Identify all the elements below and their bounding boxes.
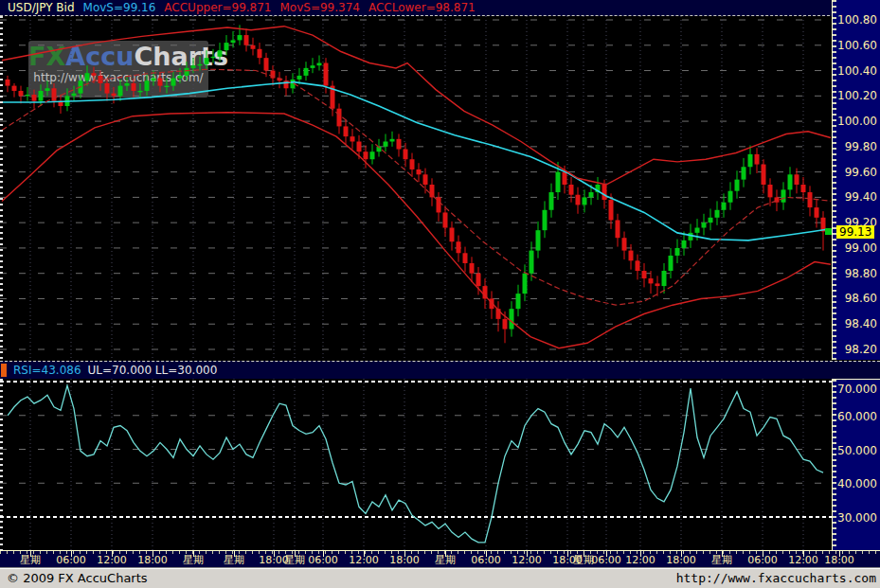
candle-body bbox=[384, 141, 388, 146]
candle-body bbox=[755, 154, 760, 165]
candle-body bbox=[569, 185, 574, 195]
candle-body bbox=[264, 58, 269, 70]
candle-body bbox=[788, 174, 793, 189]
last-price-tag: 99.13 bbox=[836, 225, 874, 239]
overlay-line bbox=[2, 69, 831, 305]
candle-body bbox=[702, 223, 707, 227]
candle-body bbox=[801, 185, 806, 192]
price-panel-header: USD/JPY Bid MovS=99.16 ACCUpper=99.871 M… bbox=[0, 0, 839, 16]
candle-body bbox=[629, 251, 634, 261]
candle-body bbox=[191, 65, 196, 68]
overlay-line bbox=[2, 113, 831, 348]
time-axis-label: 18:00 bbox=[811, 554, 868, 567]
candle-body bbox=[344, 126, 349, 136]
rsi-left-tick-marks bbox=[0, 379, 3, 550]
price-chart[interactable] bbox=[0, 16, 832, 360]
candle-body bbox=[543, 210, 548, 230]
candle-body bbox=[762, 165, 766, 185]
candle-body bbox=[476, 274, 481, 286]
candle-body bbox=[795, 174, 799, 185]
footer-url: http://www.fxaccucharts.com bbox=[676, 571, 876, 585]
candle-body bbox=[105, 83, 110, 94]
candle-body bbox=[19, 91, 24, 96]
candle-body bbox=[390, 139, 395, 142]
candle-body bbox=[410, 159, 415, 169]
candle-body bbox=[85, 73, 90, 80]
candle-body bbox=[616, 220, 620, 238]
candle-body bbox=[26, 95, 30, 96]
candle-body bbox=[158, 79, 163, 86]
candle-body bbox=[709, 218, 713, 223]
candle-body bbox=[370, 151, 375, 159]
candle-body bbox=[32, 95, 37, 101]
accupper-label: ACCUpper=99.871 bbox=[164, 1, 271, 14]
rsi-axis[interactable]: 70.00060.00050.00040.00030.000 bbox=[832, 379, 880, 550]
overlay-line bbox=[2, 27, 831, 185]
candle-body bbox=[423, 174, 428, 185]
candle-body bbox=[337, 109, 342, 127]
price-axis-label: 100.40 bbox=[834, 63, 877, 79]
candle-body bbox=[404, 150, 408, 160]
price-axis-label: 98.20 bbox=[834, 342, 877, 357]
candle-body bbox=[244, 35, 249, 45]
candle-body bbox=[463, 253, 468, 263]
candle-body bbox=[536, 230, 541, 250]
chart-application-window: USD/JPY Bid MovS=99.16 ACCUpper=99.871 M… bbox=[0, 0, 880, 588]
candle-body bbox=[52, 88, 57, 100]
candle-body bbox=[642, 271, 647, 278]
price-axis[interactable]: 99.13 100.80100.60100.40100.20100.0099.8… bbox=[832, 0, 880, 360]
candle-body bbox=[689, 233, 693, 241]
candle-body bbox=[211, 57, 216, 58]
price-chart-area[interactable]: FXAccuCharts http://www.fxaccucharts.com… bbox=[0, 16, 832, 360]
candle-body bbox=[682, 241, 687, 248]
rsi-value-label: RSI=43.086 bbox=[13, 364, 81, 377]
candle-body bbox=[470, 263, 475, 274]
price-axis-label: 100.20 bbox=[834, 88, 877, 103]
candle-body bbox=[715, 210, 720, 218]
candle-body bbox=[218, 50, 223, 57]
rsi-chart[interactable] bbox=[0, 379, 832, 550]
rsi-levels-label: UL=70.000 LL=30.000 bbox=[88, 364, 218, 377]
candle-body bbox=[12, 86, 17, 91]
candle-body bbox=[178, 76, 183, 79]
time-axis[interactable]: 星期06:0012:0018:00星期星期18:00星期06:0012:0018… bbox=[0, 550, 880, 567]
rsi-indicator-marker bbox=[1, 364, 7, 377]
candle-body bbox=[636, 260, 640, 271]
candle-body bbox=[675, 248, 680, 256]
candle-body bbox=[576, 195, 581, 205]
price-axis-label: 100.80 bbox=[834, 12, 877, 27]
status-bar: © 2009 FX AccuCharts http://www.fxaccuch… bbox=[0, 567, 880, 588]
candle-body bbox=[165, 86, 170, 87]
mov1-label: MovS=99.16 bbox=[83, 1, 156, 14]
candle-body bbox=[742, 167, 746, 179]
candle-body bbox=[523, 274, 528, 294]
candle-body bbox=[6, 80, 10, 86]
price-axis-label: 99.80 bbox=[834, 139, 877, 154]
candle-body bbox=[145, 80, 150, 91]
candle-body bbox=[152, 79, 156, 81]
candle-body bbox=[450, 228, 455, 242]
candle-body bbox=[563, 172, 567, 185]
candle-body bbox=[602, 185, 607, 200]
candle-body bbox=[224, 43, 229, 50]
rsi-axis-label: 40.000 bbox=[834, 476, 877, 491]
rsi-chart-area[interactable] bbox=[0, 379, 832, 550]
price-axis-label: 99.60 bbox=[834, 165, 877, 180]
candle-body bbox=[397, 139, 402, 150]
candle-body bbox=[728, 191, 733, 203]
candle-body bbox=[171, 79, 176, 86]
candle-body bbox=[781, 189, 786, 202]
candle-body bbox=[198, 64, 203, 65]
price-axis-label: 100.00 bbox=[834, 114, 877, 129]
candle-body bbox=[556, 172, 561, 192]
last-price-marker bbox=[825, 228, 832, 235]
candle-body bbox=[457, 241, 461, 253]
rsi-axis-label: 30.000 bbox=[834, 510, 877, 526]
candle-body bbox=[735, 180, 740, 191]
rsi-axis-label: 50.000 bbox=[834, 443, 877, 458]
acclower-label: ACCLower=98.871 bbox=[368, 1, 476, 14]
candle-body bbox=[231, 40, 236, 43]
candle-body bbox=[748, 154, 753, 167]
candle-body bbox=[205, 58, 209, 64]
candle-body bbox=[589, 192, 594, 197]
